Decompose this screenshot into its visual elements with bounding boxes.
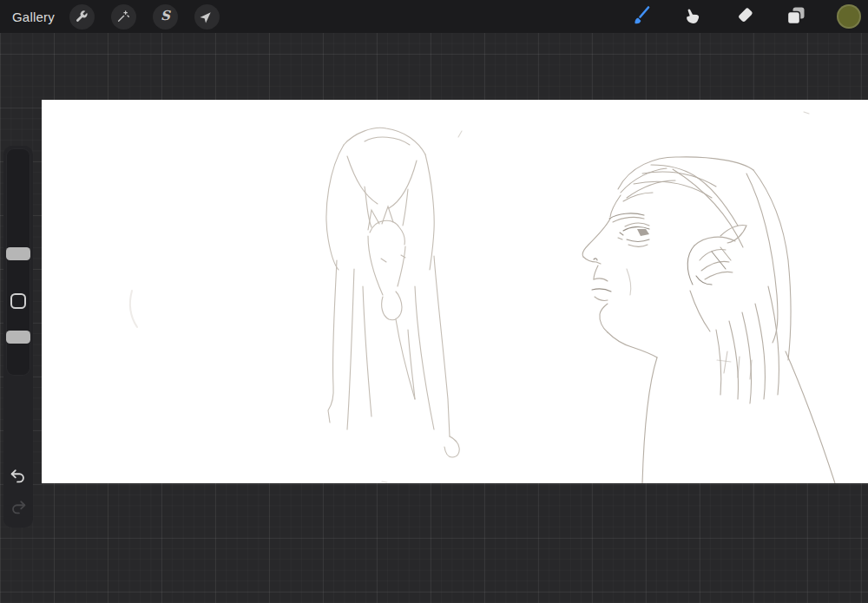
gallery-button[interactable]: Gallery <box>12 10 55 24</box>
redo-icon <box>9 507 28 520</box>
modify-button[interactable] <box>10 293 26 309</box>
smudge-tool-button[interactable] <box>683 5 704 28</box>
magic-wand-icon <box>116 10 130 23</box>
top-toolbar: Gallery S <box>0 0 868 33</box>
transform-button[interactable] <box>194 4 220 29</box>
opacity-slider-handle[interactable] <box>6 331 30 344</box>
wrench-icon <box>75 10 89 23</box>
color-swatch-button[interactable] <box>837 4 861 29</box>
toolbar-left-group: Gallery S <box>0 4 236 29</box>
redo-button[interactable] <box>9 498 28 517</box>
erase-tool-button[interactable] <box>734 5 755 28</box>
sketch-faint-smudge <box>130 291 137 327</box>
adjustments-button[interactable] <box>111 4 136 29</box>
workspace-background: Gallery S <box>0 0 868 603</box>
selection-s-icon: S <box>161 8 170 23</box>
eraser-icon <box>735 5 755 28</box>
drawing-canvas[interactable] <box>42 100 868 483</box>
sketch-portrait <box>582 112 835 483</box>
selection-button[interactable]: S <box>153 4 178 29</box>
brush-size-slider-handle[interactable] <box>6 247 30 260</box>
sidebar-controls <box>3 146 33 528</box>
layers-icon <box>786 5 806 29</box>
brush-icon <box>632 5 653 29</box>
transform-arrow-icon <box>200 10 214 23</box>
layers-button[interactable] <box>786 5 806 28</box>
sketch-drawing <box>42 100 868 483</box>
undo-button[interactable] <box>9 467 28 486</box>
undo-icon <box>9 475 28 488</box>
toolbar-right-group <box>632 4 868 29</box>
sketch-deer <box>326 128 462 482</box>
paint-tool-button[interactable] <box>632 5 653 28</box>
actions-button[interactable] <box>69 4 95 29</box>
smudge-finger-icon <box>684 5 704 28</box>
